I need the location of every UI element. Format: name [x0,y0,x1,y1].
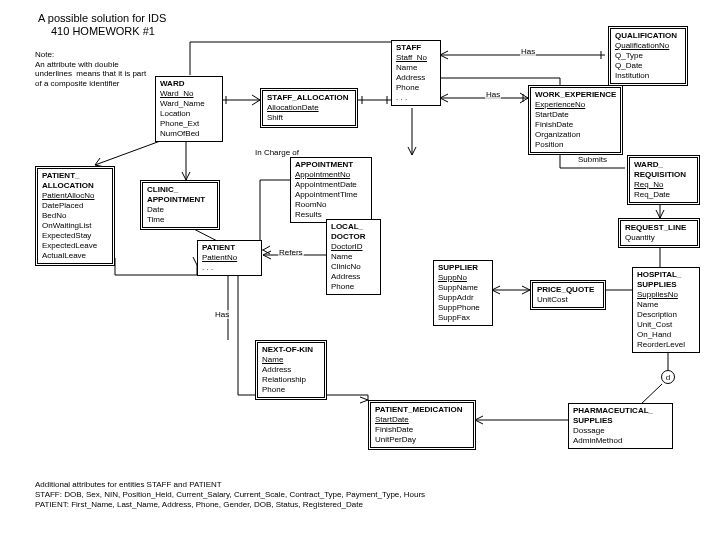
entity-attr: Name [331,252,376,262]
entity-staff: STAFFStaff_NoNameAddressPhone. . . [391,40,441,106]
entity-name: PHARMACEUTICAL_ SUPPLIES [573,406,668,426]
entity-attr: Q_Type [615,51,681,61]
entity-attr: UnitCost [537,295,599,305]
entity-name: QUALIFICATION [615,31,681,41]
entity-name: REQUEST_LINE [625,223,693,233]
entity-attr: SuppPhone [438,303,488,313]
entity-name: LOCAL_ DOCTOR [331,222,376,242]
entity-attr: SuppFax [438,313,488,323]
footer-heading: Additional attributes for entities STAFF… [35,480,222,490]
entity-name: PATIENT_ ALLOCATION [42,171,108,191]
entity-attr: Ward_Name [160,99,218,109]
entity-supplier: SUPPLIERSuppNoSuppNameSuppAddrSuppPhoneS… [433,260,493,326]
entity-attr: Relationship [262,375,320,385]
entity-attr: StartDate [535,110,616,120]
entity-attr: Phone [331,282,376,292]
entity-attr: Time [147,215,213,225]
entity-attr: Staff_No [396,53,436,63]
entity-attr: ClinicNo [331,262,376,272]
entity-patient-medication: PATIENT_MEDICATIONStartDateFinishDateUni… [368,400,476,450]
entity-attr: PatientNo [202,253,257,263]
entity-attr: FinishDate [375,425,469,435]
rel-label-has-nok: Has [214,310,230,319]
entity-attr: Q_Date [615,61,681,71]
entity-attr: Address [262,365,320,375]
rel-label-in-charge: In Charge of [254,148,300,157]
rel-label-refers: Refers [278,248,304,257]
entity-name: SUPPLIER [438,263,488,273]
entity-name: CLINIC_ APPOINTMENT [147,185,213,205]
entity-attr: ReorderLevel [637,340,695,350]
entity-attr: Address [331,272,376,282]
entity-attr: Name [396,63,436,73]
entity-attr: QualificationNo [615,41,681,51]
entity-attr: DoctorID [331,242,376,252]
entity-attr: Phone [262,385,320,395]
entity-attr: Phone [396,83,436,93]
entity-pharmaceutical-supplies: PHARMACEUTICAL_ SUPPLIESDossageAdminMeth… [568,403,673,449]
entity-attr: AppointmentNo [295,170,367,180]
entity-ward-requisition: WARD_ REQUISITIONReq_NoReq_Date [627,155,700,205]
entity-attr: Name [262,355,320,365]
entity-local-doctor: LOCAL_ DOCTORDoctorIDNameClinicNoAddress… [326,219,381,295]
entity-name: PATIENT_MEDICATION [375,405,469,415]
entity-patient: PATIENTPatientNo. . . [197,240,262,276]
rel-label-submits: Submits [577,155,608,164]
entity-name: STAFF_ALLOCATION [267,93,351,103]
entity-attr: ExperienceNo [535,100,616,110]
note-text: Note: An attribute with double underline… [35,50,146,88]
entity-attr: NumOfBed [160,129,218,139]
entity-attr: Req_Date [634,190,693,200]
entity-attr: SuppNo [438,273,488,283]
svg-line-20 [640,384,662,405]
entity-attr: Shift [267,113,351,123]
entity-attr: UnitPerDay [375,435,469,445]
rel-label-has-qual: Has [520,47,536,56]
entity-hospital-supplies: HOSPITAL_ SUPPLIESSuppliesNoNameDescript… [632,267,700,353]
entity-attr: Ward_No [160,89,218,99]
entity-attr: Unit_Cost [637,320,695,330]
footer-staff: STAFF: DOB, Sex, NIN, Position_Held, Cur… [35,490,425,500]
entity-name: STAFF [396,43,436,53]
entity-name: WORK_EXPERIENCE [535,90,616,100]
entity-appointment: APPOINTMENTAppointmentNoAppointmentDateA… [290,157,372,223]
entity-attr: FinishDate [535,120,616,130]
entity-attr: AdminMethod [573,436,668,446]
entity-attr: On_Hand [637,330,695,340]
entity-attr: Req_No [634,180,693,190]
entity-attr: Quantity [625,233,693,243]
entity-name: HOSPITAL_ SUPPLIES [637,270,695,290]
entity-next-of-kin: NEXT-OF-KINNameAddressRelationshipPhone [255,340,327,400]
entity-attr: ActualLeave [42,251,108,261]
entity-work-experience: WORK_EXPERIENCEExperienceNoStartDateFini… [528,85,623,155]
entity-ward: WARDWard_NoWard_NameLocationPhone_ExtNum… [155,76,223,142]
entity-attr: Location [160,109,218,119]
entity-attr: Name [637,300,695,310]
entity-name: PATIENT [202,243,257,253]
footer-patient: PATIENT: First_Name, Last_Name, Address,… [35,500,363,510]
entity-attr: OnWaitingList [42,221,108,231]
entity-attr: Institution [615,71,681,81]
entity-attr: PatientAllocNo [42,191,108,201]
entity-attr: Address [396,73,436,83]
entity-name: NEXT-OF-KIN [262,345,320,355]
entity-attr: Description [637,310,695,320]
page-title-line1: A possible solution for IDS [38,12,166,24]
entity-attr: BedNo [42,211,108,221]
entity-clinic-appointment: CLINIC_ APPOINTMENTDateTime [140,180,220,230]
entity-patient-allocation: PATIENT_ ALLOCATIONPatientAllocNoDatePla… [35,166,115,266]
entity-attr: Organization [535,130,616,140]
subtype-d-symbol: d [661,370,675,384]
entity-name: WARD [160,79,218,89]
entity-attr: AllocationDate [267,103,351,113]
rel-label-has-exp: Has [485,90,501,99]
entity-attr: Phone_Ext [160,119,218,129]
entity-attr: ExpectedLeave [42,241,108,251]
entity-attr: . . . [396,93,436,103]
entity-attr: SuppName [438,283,488,293]
entity-name: WARD_ REQUISITION [634,160,693,180]
entity-attr: AppointmentTime [295,190,367,200]
entity-attr: Date [147,205,213,215]
entity-attr: ExpectedStay [42,231,108,241]
entity-attr: StartDate [375,415,469,425]
